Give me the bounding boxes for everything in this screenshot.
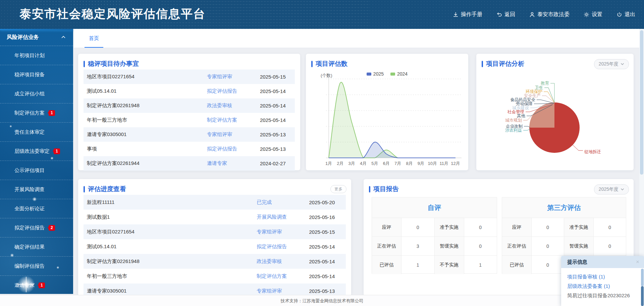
sidebar-item-create-team[interactable]: 成立评估小组	[0, 84, 73, 103]
table-row[interactable]: 制定评估方案02261948政法委审核2025-05-14	[84, 254, 346, 269]
sidebar-item-analysis[interactable]: 全面分析论证	[0, 199, 73, 218]
date: 2025-05-15	[260, 74, 295, 80]
project-name: 制定评估方案02261948	[84, 102, 207, 109]
header: 泰安市社会稳定风险评估信息平台 操作手册 返回 泰安市政法委 设置 退出	[0, 0, 644, 29]
table-row[interactable]: 新流程11111已完成2025-05-20	[84, 195, 346, 210]
table-row[interactable]: 地区市项目02271654专家组评审2025-05-15	[84, 224, 346, 239]
status-link[interactable]: 专家组评审	[207, 131, 260, 138]
status-link[interactable]: 拟定评估报告	[207, 88, 260, 94]
more-button[interactable]: 更多	[330, 185, 346, 193]
status-link[interactable]: 邀请专家	[207, 160, 260, 167]
date: 2025-05-13	[260, 146, 295, 152]
settings-button[interactable]: 设置	[584, 11, 602, 18]
close-icon[interactable]: ×	[636, 259, 639, 265]
table-row[interactable]: 制定评估方案02261948政法委审核2025-05-14	[84, 98, 295, 113]
date: 2025-05-13	[260, 132, 295, 137]
logout-button[interactable]: 退出	[616, 11, 635, 18]
tab-home[interactable]: 首页	[85, 29, 103, 48]
card-title-row: 评估进度查看	[84, 185, 126, 193]
table-row: 正在评估3暂缓实施0	[372, 237, 497, 256]
legend-item-2025[interactable]: 2025	[367, 71, 384, 77]
gear-icon	[584, 12, 589, 17]
label-cell: 暂缓实施	[435, 237, 464, 255]
year-select[interactable]: 2025年度	[594, 184, 629, 194]
label-cell: 应评	[502, 218, 532, 236]
project-name: 年初一般三方地市	[84, 273, 257, 279]
pie-leader-line	[524, 126, 530, 127]
table-row[interactable]: 地区市项目02271654专家组评审2025-05-15	[84, 70, 295, 84]
card-title: 稳评项目待办事宜	[88, 59, 139, 68]
value-cell: 0	[464, 218, 497, 236]
title-accent-bar	[482, 61, 483, 67]
status-link[interactable]: 政法委审核	[207, 102, 260, 109]
year-select[interactable]: 2025年度	[594, 59, 629, 69]
project-name: 制定评估方案02261944	[84, 160, 207, 167]
sidebar-item-compile-report[interactable]: 编制评估报告	[0, 257, 73, 276]
table-row[interactable]: 测试05.14.01拟定评估报告2025-05-14	[84, 84, 295, 98]
label-cell: 正在评估	[502, 237, 532, 255]
table-row[interactable]: 制定评估方案02261944邀请专家2024-02-27	[84, 156, 295, 171]
back-button[interactable]: 返回	[496, 11, 515, 18]
table-row[interactable]: 邀请专家0305001专家组评审2025-05-13	[84, 127, 295, 142]
sidebar-item-risk-survey[interactable]: 开展风险调查	[0, 180, 73, 199]
sidebar-item-label: 全面分析论证	[14, 206, 45, 212]
sidebar-item-annual-plan[interactable]: 年初项目计划	[0, 46, 73, 65]
sidebar-group-risk-assessment[interactable]: 风险评估业务	[0, 29, 73, 46]
status-link[interactable]: 开展风险调查	[257, 214, 309, 220]
pie-label-教育: 教育	[541, 81, 549, 86]
value-cell: 0	[532, 256, 564, 274]
app: 泰安市社会稳定风险评估信息平台 操作手册 返回 泰安市政法委 设置 退出	[0, 0, 644, 306]
status-link[interactable]: 专家组评审	[257, 288, 309, 294]
table-row[interactable]: 事项拟定评估报告2025-05-13	[84, 142, 295, 156]
scrollbar-thumb[interactable]	[640, 30, 643, 175]
date: 2025-05-13	[309, 288, 346, 294]
popup-scrollbar[interactable]	[641, 269, 644, 306]
status-link[interactable]: 已完成	[257, 199, 309, 206]
status-link[interactable]: 政法委审核	[257, 258, 309, 265]
table-row[interactable]: 测试数据1开展风险调查2025-05-16	[84, 210, 346, 224]
pie-label-城市规划: 城市规划	[505, 118, 522, 123]
legend-item-2024[interactable]: 2024	[390, 71, 408, 77]
status-link[interactable]: 拟定评估报告	[257, 244, 309, 250]
sidebar-item-invite-experts[interactable]: 邀请专家1	[0, 276, 73, 295]
table-row[interactable]: 年初一般三方地市制定评估方案2025-05-14	[84, 113, 295, 127]
status-link[interactable]: 拟定评估报告	[207, 146, 260, 152]
notice-link[interactable]: 层级政法委备案 (1)	[567, 281, 637, 291]
evaluation-count-card: 项目评估数 (个数) 20252024 1月2月3月4月5月6月7月8月9月10…	[306, 54, 468, 170]
date: 2025-05-20	[309, 200, 346, 205]
manual-label: 操作手册	[461, 11, 482, 18]
table-row[interactable]: 年初一般三方地市制定评估方案2025-05-14	[84, 269, 346, 283]
card-title-row: 项目评估数	[311, 59, 347, 68]
sidebar-item-project-filing[interactable]: 稳评项目报备	[0, 65, 73, 84]
sidebar-item-make-plan[interactable]: 制定评估方案1	[0, 103, 73, 123]
status-link[interactable]: 专家组评审	[257, 229, 309, 235]
undo-icon	[496, 12, 502, 17]
sidebar-item-label: 邀请专家	[14, 282, 35, 289]
notice-link[interactable]: 项目报备审核 (1)	[567, 272, 637, 281]
sidebar-item-label: 开展风险调查	[14, 186, 45, 193]
sidebar-item-label: 制定评估方案	[14, 110, 45, 116]
pie-label-涉农利益: 涉农利益	[505, 128, 522, 133]
status-link[interactable]: 制定评估方案	[207, 117, 260, 123]
x-axis-label: 12月	[451, 161, 460, 166]
progress-list: 新流程11111已完成2025-05-20 测试数据1开展风险调查2025-05…	[84, 195, 346, 298]
sidebar-item-committee-review[interactable]: 层级政法委审定1	[0, 142, 73, 161]
x-axis-label: 5月	[371, 161, 378, 166]
scrollbar-thumb[interactable]	[641, 286, 644, 306]
popup-header: 提示信息 ×	[561, 256, 644, 268]
sidebar-item-responsible-review[interactable]: 责任主体审定	[0, 123, 73, 142]
sidebar-item-confirm-result[interactable]: 确定评估结果	[0, 237, 73, 257]
status-link[interactable]: 专家组评审	[207, 74, 260, 80]
manual-button[interactable]: 操作手册	[453, 11, 482, 18]
page-scrollbar[interactable]	[639, 29, 644, 295]
sidebar-item-publicize[interactable]: 公示评估项目	[0, 161, 73, 180]
sidebar-item-draft-report[interactable]: 拟定评估报告2	[0, 218, 73, 237]
todo-list: 地区市项目02271654专家组评审2025-05-15 测试05.14.01拟…	[84, 70, 295, 171]
status-link[interactable]: 制定评估方案	[257, 273, 309, 279]
date: 2025-05-16	[309, 214, 346, 220]
year-select-value: 2025年度	[599, 186, 619, 192]
value-cell: 3	[401, 237, 435, 255]
scrollbar-thumb[interactable]	[641, 269, 644, 286]
user-menu[interactable]: 泰安市政法委	[529, 11, 570, 18]
table-row[interactable]: 测试05.14.01拟定评估报告2025-05-14	[84, 239, 346, 254]
